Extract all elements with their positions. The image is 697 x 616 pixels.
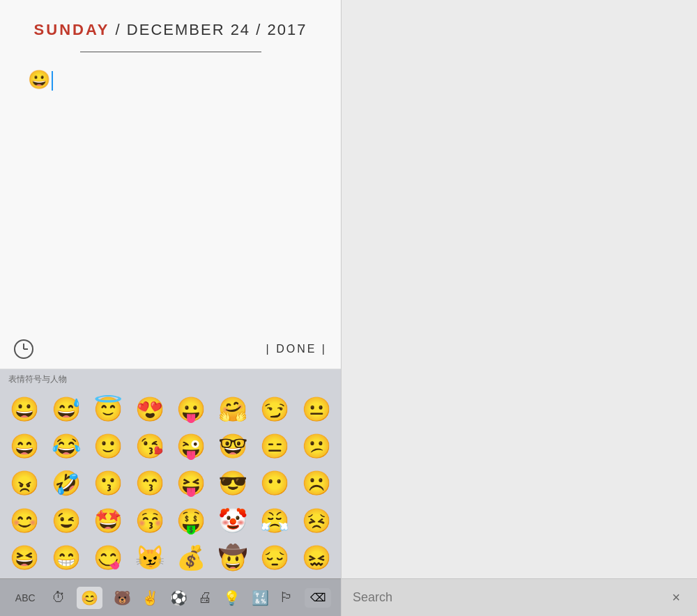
emoji-grid: 😀😅😇😍😛🤗😏😐😄😂🙂😘😜🤓😑😕😠🤣😗😙😝😎😶☹️😊😉🤩😚🤑🤡😤😣😆😁😋😼💰🤠😔… bbox=[0, 388, 341, 578]
keyboard-icon-4[interactable]: ✌️ bbox=[141, 590, 159, 606]
emoji-cell[interactable]: ☹️ bbox=[296, 465, 337, 501]
search-input-wrapper[interactable] bbox=[353, 590, 659, 605]
search-bar: × bbox=[342, 578, 697, 616]
keyboard-icon-8[interactable]: 🔣 bbox=[252, 590, 269, 606]
date-year: 2017 bbox=[267, 21, 307, 38]
emoji-cell[interactable]: 😣 bbox=[296, 502, 337, 538]
search-close-button[interactable]: × bbox=[666, 588, 686, 608]
keyboard-icon-6[interactable]: 🖨 bbox=[198, 590, 212, 606]
emoji-cell[interactable]: 😁 bbox=[46, 540, 86, 576]
keyboard-icon-5[interactable]: ⚽ bbox=[170, 590, 187, 606]
keyboard-delete-button[interactable]: ⌫ bbox=[305, 588, 331, 608]
emoji-cell[interactable]: 🤗 bbox=[213, 391, 253, 426]
emoji-cell[interactable]: 😀 bbox=[4, 391, 45, 426]
emoji-cell[interactable]: 😚 bbox=[130, 502, 170, 538]
emoji-cell[interactable]: 😔 bbox=[254, 540, 295, 576]
emoji-cell[interactable]: 😄 bbox=[4, 428, 45, 463]
emoji-cell[interactable]: 😉 bbox=[46, 502, 86, 538]
journal-emoji: 😀 bbox=[28, 69, 50, 90]
date-day: SUNDAY bbox=[34, 21, 110, 38]
keyboard-toolbar: ABC⏱😊🐻✌️⚽🖨💡🔣🏳⌫ bbox=[0, 578, 341, 616]
emoji-cell[interactable]: 😋 bbox=[88, 540, 128, 576]
done-button[interactable]: | DONE | bbox=[266, 343, 327, 355]
date-header: SUNDAY / DECEMBER 24 / 2017 bbox=[28, 21, 313, 39]
emoji-cell[interactable]: 😗 bbox=[88, 465, 128, 501]
keyboard-icon-3[interactable]: 🐻 bbox=[114, 590, 131, 606]
emoji-cell[interactable]: 😶 bbox=[254, 465, 295, 501]
right-content-area bbox=[342, 0, 697, 578]
emoji-cell[interactable]: 😂 bbox=[46, 428, 86, 463]
emoji-cell[interactable]: 😝 bbox=[171, 465, 212, 501]
emoji-cell[interactable]: 😙 bbox=[130, 465, 170, 501]
journal-area: SUNDAY / DECEMBER 24 / 2017 😀 | DONE | bbox=[0, 0, 341, 369]
emoji-cell[interactable]: 😘 bbox=[130, 428, 170, 463]
emoji-cell[interactable]: 😑 bbox=[254, 428, 295, 463]
date-month-day: DECEMBER 24 bbox=[127, 21, 250, 38]
emoji-cell[interactable]: 🤩 bbox=[88, 502, 128, 538]
journal-content[interactable]: 😀 bbox=[28, 69, 313, 278]
keyboard-abc-button[interactable]: ABC bbox=[10, 588, 41, 608]
emoji-cell[interactable]: 😼 bbox=[130, 540, 170, 576]
emoji-cell[interactable]: 😕 bbox=[296, 428, 337, 463]
date-separator: / bbox=[116, 21, 127, 38]
text-cursor bbox=[52, 71, 53, 91]
keyboard-section: 表情符号与人物 😀😅😇😍😛🤗😏😐😄😂🙂😘😜🤓😑😕😠🤣😗😙😝😎😶☹️😊😉🤩😚🤑🤡😤… bbox=[0, 369, 341, 616]
emoji-cell[interactable]: 🤠 bbox=[213, 540, 253, 576]
date-separator2: / bbox=[256, 21, 267, 38]
emoji-cell[interactable]: 🤓 bbox=[213, 428, 253, 463]
emoji-cell[interactable]: 😐 bbox=[296, 391, 337, 426]
emoji-cell[interactable]: 😍 bbox=[130, 391, 170, 426]
keyboard-icon-2[interactable]: 😊 bbox=[77, 587, 102, 609]
emoji-cell[interactable]: 😇 bbox=[88, 391, 128, 426]
emoji-cell[interactable]: 😊 bbox=[4, 502, 45, 538]
clock-icon[interactable] bbox=[14, 339, 33, 359]
emoji-cell[interactable]: 🤡 bbox=[213, 502, 253, 538]
keyboard-icon-1[interactable]: ⏱ bbox=[52, 590, 66, 606]
emoji-cell[interactable]: 😆 bbox=[4, 540, 45, 576]
emoji-cell[interactable]: 💰 bbox=[171, 540, 212, 576]
left-panel: SUNDAY / DECEMBER 24 / 2017 😀 | DONE | 表… bbox=[0, 0, 342, 616]
emoji-cell[interactable]: 🤑 bbox=[171, 502, 212, 538]
emoji-cell[interactable]: 🙂 bbox=[88, 428, 128, 463]
emoji-cell[interactable]: 😜 bbox=[171, 428, 212, 463]
journal-footer: | DONE | bbox=[14, 339, 327, 359]
emoji-cell[interactable]: 😛 bbox=[171, 391, 212, 426]
keyboard-icon-9[interactable]: 🏳 bbox=[279, 590, 293, 606]
emoji-cell[interactable]: 😅 bbox=[46, 391, 86, 426]
emoji-cell[interactable]: 🤣 bbox=[46, 465, 86, 501]
emoji-cell[interactable]: 😖 bbox=[296, 540, 337, 576]
search-input[interactable] bbox=[353, 590, 659, 605]
emoji-category-label: 表情符号与人物 bbox=[0, 369, 341, 388]
emoji-cell[interactable]: 😠 bbox=[4, 465, 45, 501]
date-separator-line bbox=[80, 52, 261, 52]
keyboard-icon-7[interactable]: 💡 bbox=[223, 590, 240, 606]
emoji-cell[interactable]: 😎 bbox=[213, 465, 253, 501]
emoji-cell[interactable]: 😏 bbox=[254, 391, 295, 426]
emoji-cell[interactable]: 😤 bbox=[254, 502, 295, 538]
right-panel: × bbox=[342, 0, 697, 616]
